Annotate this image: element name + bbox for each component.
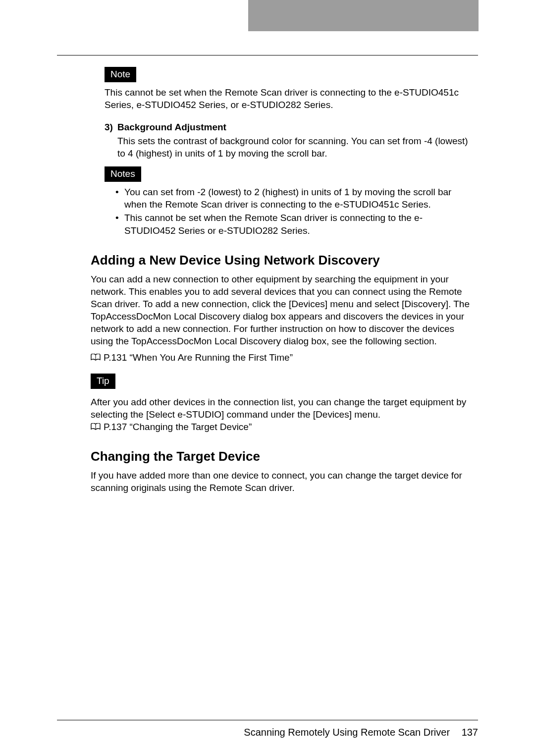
tip-text: After you add other devices in the conne… [91, 396, 470, 421]
top-rule [57, 55, 478, 55]
book-icon [91, 354, 101, 361]
content-area: Note This cannot be set when the Remote … [105, 67, 470, 498]
note-text: This cannot be set when the Remote Scan … [105, 86, 470, 111]
bullet-dot: • [115, 186, 124, 211]
section1-paragraph: You can add a new connection to other eq… [91, 273, 470, 347]
tip-block: Tip After you add other devices in the c… [91, 374, 470, 433]
bullet-text: This cannot be set when the Remote Scan … [124, 212, 470, 236]
item-3-description: This sets the contrast of background col… [117, 135, 470, 160]
page-footer: Scanning Remotely Using Remote Scan Driv… [244, 727, 478, 738]
section-heading-changing-target: Changing the Target Device [91, 449, 470, 464]
bullet-text: You can set from -2 (lowest) to 2 (highe… [124, 186, 470, 211]
reference-link-p137[interactable]: P.137 “Changing the Target Device” [91, 421, 470, 433]
reference-text: P.137 “Changing the Target Device” [104, 421, 252, 433]
bottom-rule [57, 720, 478, 720]
list-item: • You can set from -2 (lowest) to 2 (hig… [115, 186, 470, 211]
note-badge: Note [105, 67, 136, 82]
book-icon [91, 423, 101, 431]
section2-paragraph: If you have added more than one device t… [91, 469, 470, 494]
item-3-header: 3) Background Adjustment [105, 122, 470, 133]
item-3-number: 3) [105, 122, 117, 133]
tip-badge: Tip [91, 374, 115, 389]
section-heading-adding-device: Adding a New Device Using Network Discov… [91, 253, 470, 268]
footer-text: Scanning Remotely Using Remote Scan Driv… [244, 727, 450, 738]
page: Note This cannot be set when the Remote … [0, 0, 535, 756]
list-item: • This cannot be set when the Remote Sca… [115, 212, 470, 236]
page-number: 137 [462, 727, 478, 738]
header-banner [248, 0, 479, 31]
notes-bullet-list: • You can set from -2 (lowest) to 2 (hig… [115, 186, 470, 236]
reference-link-p131[interactable]: P.131 “When You Are Running the First Ti… [91, 351, 470, 364]
reference-text: P.131 “When You Are Running the First Ti… [104, 351, 293, 364]
notes-badge: Notes [105, 166, 141, 182]
item-3-title: Background Adjustment [117, 122, 226, 133]
bullet-dot: • [115, 212, 124, 236]
